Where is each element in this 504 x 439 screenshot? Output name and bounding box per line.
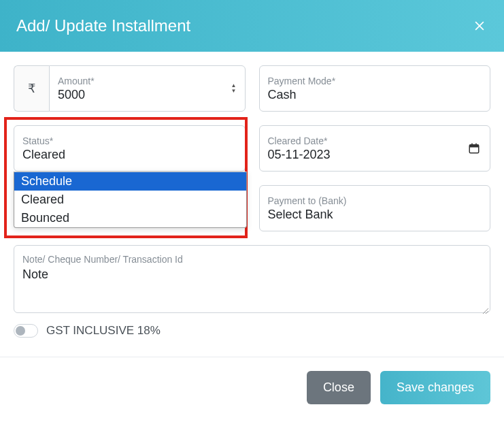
toggle-knob xyxy=(16,326,25,336)
calendar-icon[interactable] xyxy=(468,142,480,155)
svg-rect-3 xyxy=(469,145,479,148)
payment-mode-label: Payment Mode* xyxy=(268,76,482,86)
spinner-down[interactable]: ▼ xyxy=(230,88,238,94)
svg-line-6 xyxy=(483,308,488,314)
amount-field[interactable]: Amount* 5000 ▲ ▼ xyxy=(49,65,246,112)
cleared-date-field[interactable]: Cleared Date* 05-11-2023 xyxy=(259,125,491,172)
modal-title: Add/ Update Installment xyxy=(16,16,190,35)
gst-label: GST INCLUSIVE 18% xyxy=(46,324,161,338)
amount-field-group: ₹ Amount* 5000 ▲ ▼ xyxy=(14,65,246,112)
status-label: Status* xyxy=(22,135,237,146)
amount-value: 5000 xyxy=(58,88,237,102)
save-changes-button[interactable]: Save changes xyxy=(380,371,490,404)
status-value: Cleared xyxy=(22,148,237,162)
cleared-date-label: Cleared Date* xyxy=(268,135,482,146)
gst-toggle-row: GST INCLUSIVE 18% xyxy=(14,324,490,338)
close-icon[interactable] xyxy=(471,18,488,34)
status-option-bounced[interactable]: Bounced xyxy=(14,209,246,227)
payment-mode-value: Cash xyxy=(268,88,482,102)
resize-handle-icon[interactable] xyxy=(482,304,488,311)
payment-to-label: Payment to (Bank) xyxy=(268,195,482,206)
payment-to-field[interactable]: Payment to (Bank) Select Bank xyxy=(259,185,491,231)
status-option-schedule[interactable]: Schedule xyxy=(14,172,246,191)
status-option-cleared[interactable]: Cleared xyxy=(14,191,246,209)
modal-header: Add/ Update Installment xyxy=(0,0,504,52)
note-field[interactable]: Note/ Cheque Number/ Transaction Id Note xyxy=(14,245,490,313)
cleared-date-value: 05-11-2023 xyxy=(268,148,482,162)
amount-spinner: ▲ ▼ xyxy=(230,83,238,94)
payment-to-value: Select Bank xyxy=(268,208,482,222)
status-field[interactable]: Status* Cleared xyxy=(14,125,246,172)
close-button[interactable]: Close xyxy=(307,371,371,404)
svg-line-7 xyxy=(486,311,488,314)
modal-body: ₹ Amount* 5000 ▲ ▼ Payment Mode* Cash St… xyxy=(0,52,504,351)
note-value: Note xyxy=(22,267,482,282)
rupee-icon: ₹ xyxy=(14,65,49,112)
modal-footer: Close Save changes xyxy=(0,357,504,418)
note-label: Note/ Cheque Number/ Transaction Id xyxy=(22,254,482,265)
status-dropdown: Schedule Cleared Bounced xyxy=(14,172,247,228)
gst-toggle[interactable] xyxy=(14,324,38,338)
amount-label: Amount* xyxy=(58,76,237,86)
payment-mode-field[interactable]: Payment Mode* Cash xyxy=(259,65,491,112)
